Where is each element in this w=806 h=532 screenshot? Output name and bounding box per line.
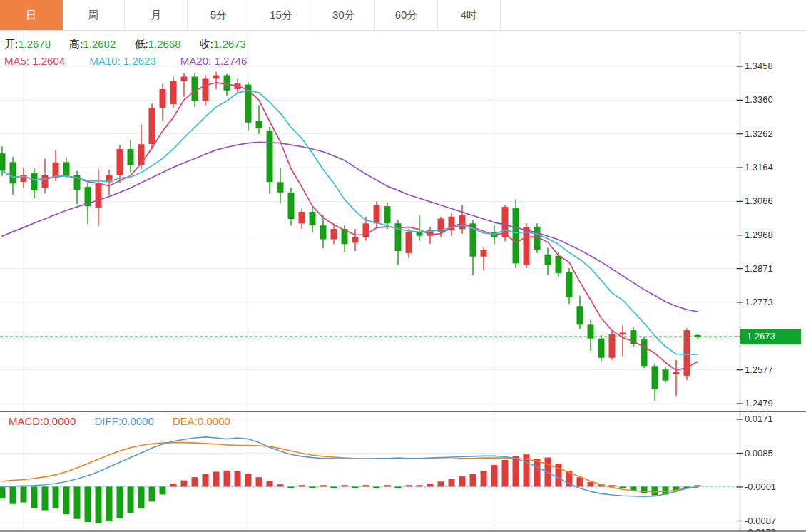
candle-body-down [652,366,658,389]
macd-bar-negative [63,486,70,514]
candle-body-down [310,212,316,225]
low-value: 1.2668 [148,38,181,50]
macd-bar-positive [384,485,391,486]
candle-body-up [331,229,337,239]
candle-body-down [513,208,519,263]
macd-bar-positive [320,485,327,486]
macd-bar-negative [10,486,16,503]
timeframe-tabbar: 日周月5分15分30分60分4时 [0,0,806,31]
current-price-tag: 1.2673 [740,329,801,344]
macd-bar-positive [577,477,583,486]
macd-value: 0.0000 [43,415,76,427]
ma10-legend: MA10: 1.2623 [89,55,155,67]
candle-body-up [481,250,487,257]
candle-body-up [96,183,102,208]
price-axis-label: 1.2577 [745,364,803,376]
diff-legend: DIFF:0.0000 [94,415,153,427]
close-value: 1.2673 [213,38,246,50]
ma10-line [2,91,698,354]
dea-legend: DEA:0.0000 [173,415,230,427]
macd-bar-positive [459,476,466,486]
candle-body-up [160,89,166,108]
candle-body-down [288,193,295,219]
timeframe-tab-6[interactable]: 30分 [312,0,375,30]
timeframe-tab-1[interactable]: 日 [0,0,63,30]
macd-bar-negative [85,486,91,522]
macd-bar-positive [203,474,209,487]
price-axis-label: 1.3066 [745,195,803,207]
open-quote: 开:1.2678 [4,38,51,50]
timeframe-tab-7[interactable]: 60分 [375,0,438,30]
macd-bar-positive [267,481,273,487]
macd-bar-positive [192,477,198,486]
candle-body-up [170,81,177,104]
low-quote: 低:1.2668 [134,38,180,50]
ma20-legend: MA20: 1.2746 [180,55,247,67]
high-value: 1.2682 [83,38,116,50]
macd-axis-label: -0.0087 [745,516,803,527]
ma5-value: 1.2604 [32,55,65,67]
price-axis-label: 1.3164 [745,162,803,173]
candle-body-up [406,232,412,253]
ma-legend-bar: MA5: 1.2604 MA10: 1.2623 MA20: 1.2746 [4,55,268,67]
macd-bar-negative [31,486,38,508]
candle-body-up [181,76,188,81]
macd-bar-positive [438,481,444,486]
candle-body-down [545,255,551,265]
candle-body-down [256,121,262,128]
macd-bar-positive [449,479,455,486]
macd-bar-positive [502,460,509,487]
macd-bar-negative [53,486,59,508]
macd-bar-positive [342,485,348,486]
candle-body-down [663,369,669,380]
candle-body-up [299,212,305,223]
candle-body-up [138,144,145,165]
macd-axis-label: 0.0171 [745,414,803,425]
timeframe-tab-3[interactable]: 月 [125,0,188,30]
price-axis-label: 1.2968 [745,230,803,241]
candle-body-down [641,339,648,366]
macd-bar-negative [21,486,27,502]
macd-bar-negative [331,486,337,488]
macd-bar-positive [481,471,487,486]
macd-bar-negative [149,486,155,501]
price-axis-label: 1.2773 [745,297,803,308]
macd-bar-positive [363,485,369,486]
macd-bar-negative [620,486,626,488]
price-axis-label: 1.2479 [745,398,803,409]
macd-bar-negative [106,486,113,521]
candle-body-down [556,256,562,273]
candle-body-down [192,76,198,101]
macd-bar-positive [235,471,241,487]
ohlc-quote-bar: 开:1.2678 高:1.2682 低:1.2668 收:1.2673 [4,38,262,51]
candle-body-down [320,225,327,239]
price-axis-label: 1.3262 [745,128,803,140]
macd-bar-positive [406,485,412,486]
candle-body-down [0,153,6,170]
timeframe-tab-2[interactable]: 周 [63,0,126,30]
macd-bar-negative [74,486,81,518]
candle-body-up [53,163,59,177]
macd-bar-positive [588,482,594,487]
dea-value: 0.0000 [198,415,230,427]
candle-body-down [10,162,16,183]
open-value: 1.2678 [18,38,51,50]
candle-body-down [417,232,423,236]
macd-bar-negative [310,486,316,488]
macd-bar-negative [0,486,6,498]
macd-axis-label: -0.0001 [745,481,803,493]
macd-bar-positive [534,459,541,487]
macd-bar-positive [170,484,177,486]
macd-bar-positive [245,474,252,486]
kline-chart-canvas[interactable] [0,0,806,532]
macd-bar-negative [138,486,145,508]
candle-body-up [42,175,49,188]
candle-body-up [149,108,155,144]
timeframe-tab-4[interactable]: 5分 [188,0,250,30]
price-axis-label: 1.2871 [745,263,803,275]
macd-bar-negative [160,486,166,494]
timeframe-tab-5[interactable]: 15分 [250,0,313,30]
trading-chart-app: { "toolbar": { "tabs": [ {"label": "日", … [0,0,806,532]
timeframe-tab-8[interactable]: 4时 [438,0,501,30]
macd-bar-negative [128,486,134,513]
